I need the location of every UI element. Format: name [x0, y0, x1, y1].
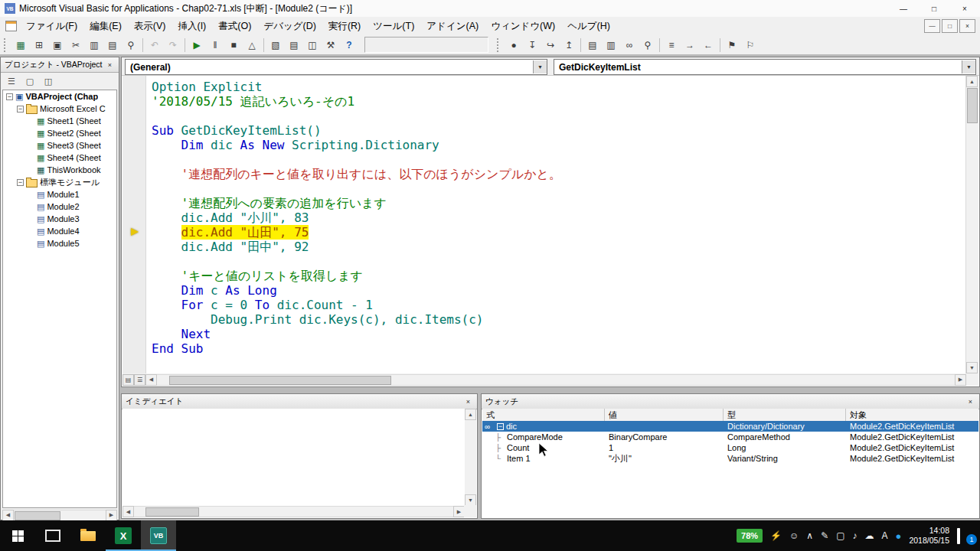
run-button[interactable]: ▶ — [188, 37, 206, 54]
scroll-up-icon[interactable]: ▲ — [465, 409, 476, 420]
scroll-track[interactable] — [14, 510, 106, 521]
immediate-hscrollbar[interactable]: ◀ ▶ — [122, 506, 465, 517]
tree-item[interactable]: ▤Module1 — [3, 188, 116, 201]
tree-item[interactable]: −▣VBAProject (Chap — [3, 90, 116, 103]
close-button[interactable]: × — [949, 0, 980, 17]
plugged-in-icon[interactable]: ⚡ — [770, 530, 782, 541]
properties-window-button[interactable]: ▤ — [285, 37, 303, 54]
restore-button[interactable]: □ — [919, 0, 949, 17]
immediate-close-button[interactable]: × — [462, 395, 475, 408]
menu-item[interactable]: ファイル(F) — [20, 17, 83, 35]
scroll-down-icon[interactable]: ▼ — [465, 494, 476, 506]
chevron-down-icon[interactable]: ▼ — [962, 60, 975, 73]
code-line[interactable]: End Sub — [152, 341, 966, 356]
watch-row[interactable]: ├CompareModeBinaryCompareCompareMethodMo… — [482, 432, 978, 442]
code-line[interactable]: dic.Add "小川", 83 — [152, 210, 966, 225]
tree-item[interactable]: ▦Sheet4 (Sheet — [3, 152, 116, 164]
scroll-right-icon[interactable]: ▶ — [453, 506, 465, 517]
scroll-right-icon[interactable]: ▶ — [955, 374, 966, 386]
code-line[interactable]: For c = 0 To dic.Count - 1 — [152, 298, 966, 312]
project-hscrollbar[interactable]: ◀ ▶ — [2, 509, 117, 521]
insert-userform-button[interactable]: ⊞ — [30, 37, 48, 54]
code-line[interactable]: dic.Add "山田", 75 — [152, 225, 966, 240]
tree-item[interactable]: −標準モジュール — [3, 176, 116, 188]
toggle-folders-button[interactable]: ◫ — [40, 73, 57, 89]
menu-item[interactable]: 書式(O) — [212, 17, 257, 35]
menu-item[interactable]: ヘルプ(H) — [561, 17, 616, 35]
excel-taskbar-button[interactable]: X — [106, 520, 141, 551]
code-line[interactable] — [152, 152, 966, 167]
view-excel-button[interactable]: ▦ — [11, 37, 30, 54]
toolbox-button[interactable]: ⚒ — [322, 37, 340, 54]
full-module-view-button[interactable]: ☰ — [134, 374, 145, 386]
view-object-button[interactable]: ▢ — [21, 73, 38, 89]
menu-item[interactable]: 挿入(I) — [172, 17, 212, 35]
watch-row[interactable]: └Item 1"小川"Variant/StringModule2.GetDicK… — [482, 453, 978, 464]
watch-close-button[interactable]: × — [964, 395, 977, 408]
outdent-button[interactable]: ← — [699, 37, 717, 54]
locals-window-button[interactable]: ▤ — [583, 37, 602, 54]
tree-item[interactable]: ▤Module2 — [3, 201, 116, 213]
tree-expander[interactable]: − — [6, 93, 13, 100]
scroll-thumb[interactable] — [145, 507, 199, 517]
object-combo[interactable]: (General) ▼ — [125, 59, 547, 75]
redo-button[interactable]: ↷ — [164, 37, 182, 54]
scroll-up-icon[interactable]: ▲ — [966, 76, 978, 87]
mdi-restore-button[interactable]: □ — [942, 19, 958, 33]
code-vscrollbar[interactable]: ▲ ▼ — [965, 76, 978, 373]
code-line[interactable] — [152, 254, 966, 269]
code-line[interactable]: Next — [152, 327, 966, 341]
step-over-button[interactable]: ↪ — [541, 37, 560, 54]
view-code-button[interactable]: ☰ — [3, 73, 20, 89]
code-line[interactable]: '連想配列のキーと値を取り出すには、以下のほうがシンプルかと。 — [152, 167, 966, 181]
file-explorer-button[interactable] — [70, 520, 106, 551]
scroll-left-icon[interactable]: ◀ — [122, 506, 134, 517]
step-into-button[interactable]: ↧ — [523, 37, 541, 54]
immediate-window-button[interactable]: ▥ — [602, 37, 620, 54]
quick-watch-button[interactable]: ⚲ — [639, 37, 657, 54]
code-editor[interactable]: Option Explicit'2018/05/15 追記いろいろ-その1Sub… — [122, 76, 978, 373]
menu-item[interactable]: デバッグ(D) — [257, 17, 322, 35]
watch-row[interactable]: ∞−dicDictionary/DictionaryModule2.GetDic… — [482, 421, 978, 432]
scroll-thumb[interactable] — [169, 376, 391, 385]
tree-item[interactable]: ▤Module3 — [3, 213, 116, 225]
paste-button[interactable]: ▤ — [103, 37, 122, 54]
weather-icon[interactable]: ● — [896, 530, 902, 542]
tree-item[interactable]: ▦Sheet1 (Sheet — [3, 115, 116, 127]
volume-icon[interactable]: ♪ — [853, 530, 858, 541]
hidden-icons-chevron[interactable]: ∧ — [806, 530, 813, 541]
tree-item[interactable]: ▦Sheet3 (Sheet — [3, 139, 116, 152]
scroll-down-icon[interactable]: ▼ — [966, 362, 978, 373]
tree-item[interactable]: ▦ThisWorkbook — [3, 164, 116, 176]
code-line[interactable]: Dim c As Long — [152, 283, 966, 298]
copy-button[interactable]: ▥ — [85, 37, 103, 54]
tree-item[interactable]: ▤Module4 — [3, 225, 116, 237]
menu-item[interactable]: 表示(V) — [128, 17, 172, 35]
toggle-breakpoint-button[interactable]: ● — [505, 37, 523, 54]
immediate-vscrollbar[interactable]: ▲ ▼ — [465, 409, 476, 506]
watch-row[interactable]: ├Count1LongModule2.GetDicKeyItemList — [482, 442, 978, 453]
menu-item[interactable]: アドイン(A) — [420, 17, 485, 35]
find-button[interactable]: ⚲ — [122, 37, 140, 54]
code-line[interactable]: '連想配列への要素の追加を行います — [152, 196, 966, 210]
indent-button[interactable]: → — [681, 37, 699, 54]
mdi-minimize-button[interactable]: — — [924, 19, 940, 33]
scroll-track[interactable] — [134, 506, 453, 517]
chevron-down-icon[interactable]: ▼ — [533, 60, 547, 73]
scroll-left-icon[interactable]: ◀ — [145, 374, 157, 386]
scroll-thumb[interactable] — [15, 511, 60, 520]
tree-expander[interactable]: − — [17, 179, 24, 186]
menu-item[interactable]: 編集(E) — [83, 17, 128, 35]
watch-window-button[interactable]: ∞ — [620, 37, 639, 54]
scroll-left-icon[interactable]: ◀ — [2, 510, 14, 521]
watch-expander[interactable]: − — [497, 423, 504, 430]
cloud-icon[interactable]: ☁ — [865, 530, 874, 541]
immediate-editor[interactable] — [122, 409, 465, 506]
code-line[interactable] — [152, 181, 966, 196]
tree-item[interactable]: −Microsoft Excel C — [3, 103, 116, 115]
tree-expander[interactable]: − — [17, 106, 24, 112]
code-line[interactable]: Dim dic As New Scripting.Dictionary — [152, 138, 966, 152]
toolbar-grip[interactable] — [4, 38, 9, 52]
call-stack-button[interactable]: ≡ — [662, 37, 681, 54]
save-button[interactable]: ▣ — [48, 37, 67, 54]
